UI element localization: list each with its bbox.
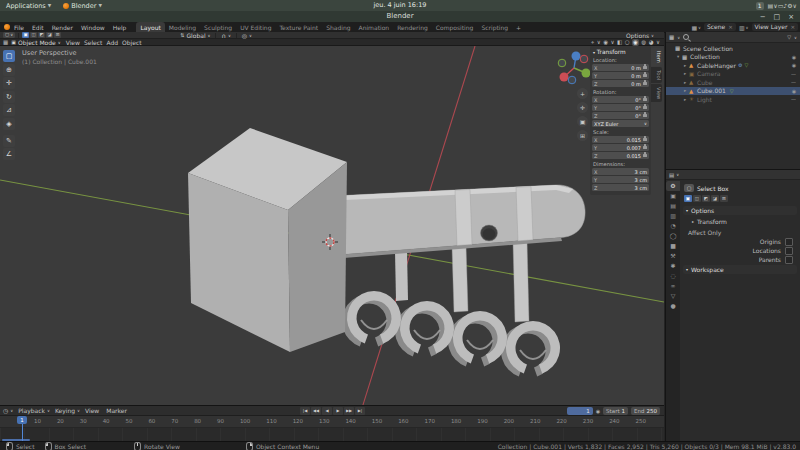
select-mode-button[interactable]: ▣ bbox=[22, 32, 29, 38]
tab-object[interactable]: ■ bbox=[666, 241, 680, 251]
scale-field[interactable]: Y0.007 bbox=[592, 144, 649, 151]
workspace-tab[interactable]: UV Editing bbox=[236, 22, 275, 32]
viewport-canvas[interactable] bbox=[0, 46, 664, 405]
transform-panel-header[interactable]: ▾ Transform bbox=[593, 49, 649, 55]
rotation-field[interactable]: Y0° bbox=[592, 104, 649, 111]
checkbox[interactable] bbox=[785, 247, 793, 255]
workspace-tab[interactable]: Texture Paint bbox=[275, 22, 322, 32]
perspective-toggle-button[interactable]: ⊞ bbox=[577, 130, 588, 141]
lock-icon[interactable] bbox=[643, 74, 647, 77]
viewport-menu-item[interactable]: Select bbox=[82, 39, 105, 46]
tab-particles[interactable]: ✱ bbox=[666, 261, 680, 271]
rotate-tool[interactable]: ↻ bbox=[3, 91, 15, 103]
scene-selector[interactable]: Scene× bbox=[704, 23, 736, 31]
outliner-row[interactable]: ▸ ▲ Cube — bbox=[666, 78, 800, 87]
outliner-row[interactable]: ▸ ▲ CableHanger ⚙ ▽ ◉ bbox=[666, 61, 800, 70]
options-dropdown[interactable]: Options∨ bbox=[626, 32, 654, 39]
snap-magnet-icon[interactable]: ∩ bbox=[221, 32, 225, 39]
close-icon[interactable]: × bbox=[728, 23, 733, 31]
filter-icon[interactable]: ▽ bbox=[787, 34, 791, 40]
close-button[interactable]: × bbox=[788, 13, 794, 21]
tray-icon[interactable]: ∨ bbox=[793, 2, 797, 9]
timeline-channel-area[interactable] bbox=[0, 428, 664, 442]
visibility-eye-icon[interactable]: ◉ bbox=[792, 88, 800, 94]
system-clock[interactable]: jeu. 4 juin 16:19 bbox=[0, 0, 800, 11]
scale-field[interactable]: Z0.015 bbox=[592, 152, 649, 159]
playback-button[interactable]: ▶| bbox=[355, 407, 365, 415]
outliner-display-mode-icon[interactable]: ▦ bbox=[669, 34, 674, 40]
workspace-indicator[interactable]: 1 bbox=[756, 2, 764, 10]
timeline-menu-item[interactable]: Keying∨ bbox=[55, 407, 80, 414]
maximize-button[interactable]: □ bbox=[774, 13, 781, 21]
viewport-header-icon[interactable]: ◕ bbox=[649, 39, 654, 46]
move-tool[interactable]: ✛ bbox=[3, 77, 15, 89]
scale-tool[interactable]: ⊿ bbox=[3, 104, 15, 116]
cursor-tool[interactable]: ⊕ bbox=[3, 64, 15, 76]
outliner-row[interactable]: ▸ ▣ Camera — bbox=[666, 70, 800, 79]
tab-modifiers[interactable]: ⚒ bbox=[666, 251, 680, 261]
workspace-panel-header[interactable]: ▾Workspace bbox=[683, 265, 797, 274]
rotation-mode-dropdown[interactable]: XYZ Euler∨ bbox=[592, 120, 649, 127]
visibility-eye-icon[interactable]: ◉ bbox=[792, 54, 800, 60]
transform-orientation[interactable]: ⇅ Global ∨ ∩ ∨ ◎ ∨ bbox=[180, 32, 252, 39]
lock-icon[interactable] bbox=[643, 154, 647, 157]
viewport-menu-item[interactable]: Add bbox=[104, 39, 120, 46]
viewport-header-icon[interactable]: ◍ bbox=[641, 39, 646, 46]
lock-icon[interactable] bbox=[643, 66, 647, 69]
auto-keying-icon[interactable]: ◉ bbox=[596, 408, 600, 414]
workspace-tab[interactable]: + bbox=[512, 22, 525, 32]
timeline-menu-item[interactable]: View bbox=[85, 407, 101, 414]
visibility-eye-icon[interactable]: — bbox=[791, 79, 800, 85]
tab-output[interactable]: ▤ bbox=[666, 201, 680, 211]
workspace-tab[interactable]: Rendering bbox=[393, 22, 432, 32]
dimension-field[interactable]: X3 cm bbox=[592, 168, 649, 175]
viewport-header-icon[interactable]: ∨ bbox=[656, 39, 660, 46]
camera-view-button[interactable]: ▣ bbox=[577, 116, 588, 127]
rotation-field[interactable]: X0° bbox=[592, 96, 649, 103]
menu-item[interactable]: Render bbox=[48, 24, 77, 31]
menu-item[interactable]: File bbox=[10, 24, 28, 31]
viewport-header-icon[interactable]: ∨ bbox=[597, 39, 601, 46]
navigation-gizmo[interactable] bbox=[554, 48, 594, 88]
viewport-header-icon[interactable]: ○ bbox=[625, 39, 630, 46]
tab-constraints[interactable]: ∞ bbox=[666, 281, 680, 291]
tab-tool[interactable]: ⚙ bbox=[666, 181, 680, 191]
scale-field[interactable]: X0.015 bbox=[592, 136, 649, 143]
tab-object-data[interactable]: ▽ bbox=[666, 291, 680, 301]
tab-world[interactable]: ◯ bbox=[666, 231, 680, 241]
frame-end-field[interactable]: End250 bbox=[631, 407, 660, 415]
location-field[interactable]: Y0 m bbox=[592, 72, 649, 79]
dimension-field[interactable]: Z3 cm bbox=[592, 184, 649, 191]
viewport-header-icon[interactable]: ∨ bbox=[610, 39, 614, 46]
select-mode-button[interactable]: ◩ bbox=[702, 195, 710, 202]
select-box-tool[interactable]: ▢ bbox=[3, 50, 15, 62]
menu-item[interactable]: Edit bbox=[28, 24, 48, 31]
tab-physics[interactable]: ◌ bbox=[666, 271, 680, 281]
playback-button[interactable]: ▶▶ bbox=[344, 407, 354, 415]
viewlayer-icon[interactable]: ▥ bbox=[739, 24, 745, 31]
timeline-editor-icon[interactable]: ◷∨ bbox=[3, 407, 13, 414]
select-mode-button[interactable]: ◪ bbox=[711, 195, 719, 202]
tab-scene[interactable]: ◔ bbox=[666, 221, 680, 231]
workspace-tab[interactable]: Shading bbox=[322, 22, 354, 32]
n-panel-tab[interactable]: View bbox=[651, 84, 662, 102]
cube-object[interactable] bbox=[188, 128, 347, 352]
scene-icon[interactable]: ▦ bbox=[691, 24, 697, 31]
close-icon[interactable]: × bbox=[790, 23, 795, 31]
visibility-eye-icon[interactable]: ◉ bbox=[792, 62, 800, 68]
viewport-header-icon[interactable]: ◧ bbox=[617, 39, 622, 46]
visibility-eye-icon[interactable]: — bbox=[791, 96, 800, 102]
outliner-row[interactable]: ▾ ▦ Collection ◉ bbox=[666, 53, 800, 62]
search-icon[interactable] bbox=[683, 34, 689, 40]
timeline-menu-item[interactable]: Playback∨ bbox=[18, 407, 50, 414]
select-mode-button[interactable]: ⊞ bbox=[54, 32, 61, 38]
lock-icon[interactable] bbox=[643, 114, 647, 117]
playback-button[interactable]: ◀ bbox=[322, 407, 332, 415]
outliner-row[interactable]: ▸ ☀ Light — bbox=[666, 95, 800, 104]
visibility-eye-icon[interactable]: — bbox=[791, 71, 800, 77]
select-mode-button[interactable]: ⊞ bbox=[720, 195, 728, 202]
proportional-editing-icon[interactable]: ◎ bbox=[242, 32, 247, 39]
viewport-menu-item[interactable]: View bbox=[64, 39, 82, 46]
workspace-tab[interactable]: Animation bbox=[355, 22, 394, 32]
tab-material[interactable]: ● bbox=[666, 301, 680, 311]
